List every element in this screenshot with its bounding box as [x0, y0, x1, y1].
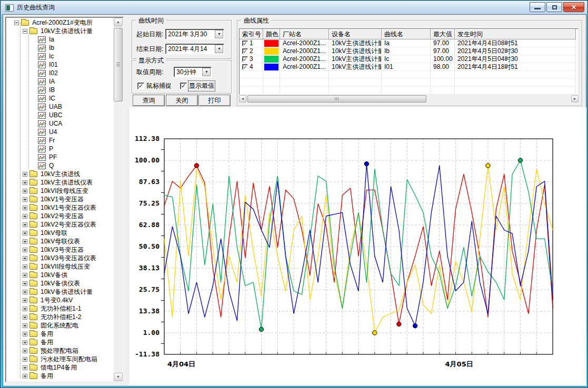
- expand-icon[interactable]: +: [23, 231, 27, 236]
- expand-icon[interactable]: +: [23, 332, 27, 336]
- dropdown-arrow-icon[interactable]: ▼: [202, 68, 211, 76]
- title-bar[interactable]: 历史曲线查询 ✕: [1, 1, 587, 14]
- row-checkbox[interactable]: ✓: [242, 56, 248, 62]
- end-date-select[interactable]: 2021年 4月14 ▼: [165, 44, 224, 54]
- column-header[interactable]: 颜色: [263, 29, 280, 39]
- table-hscrollbar[interactable]: ◄ ►: [239, 95, 579, 103]
- expand-icon[interactable]: +: [23, 357, 27, 362]
- tree-item[interactable]: Fr: [7, 136, 114, 145]
- tree-item[interactable]: +10kV3号变压器: [7, 246, 114, 254]
- tree-item[interactable]: +污水处理车间配电箱: [7, 355, 114, 363]
- close-button[interactable]: ✕: [563, 2, 584, 12]
- column-header[interactable]: 发生时间: [455, 29, 576, 39]
- tree-item[interactable]: UCA: [7, 119, 114, 128]
- tree-item[interactable]: +无功补偿柜1-1: [7, 304, 114, 313]
- mouse-capture-checkbox[interactable]: ✓: [137, 83, 144, 89]
- expand-icon[interactable]: +: [23, 189, 27, 193]
- expand-icon[interactable]: +: [23, 307, 27, 311]
- expand-icon[interactable]: +: [23, 374, 27, 379]
- tree-item[interactable]: +10kV主供进线仪表: [7, 178, 114, 187]
- table-row[interactable]: ✓4Acrel-2000Z1...10kV主供进线计量I0198.002021年…: [240, 63, 578, 71]
- tree-item[interactable]: +10kV3号变压器仪表: [7, 254, 114, 262]
- tree-item[interactable]: −Acrel-2000Z1#变电所: [7, 18, 114, 27]
- table-row[interactable]: ✓2Acrel-2000Z1...10kV主供进线计量Ib97.002021年4…: [240, 47, 578, 55]
- expand-icon[interactable]: +: [23, 180, 27, 185]
- period-select[interactable]: 30分钟 ▼: [174, 67, 212, 77]
- tree-item[interactable]: PF: [7, 153, 114, 161]
- tree-item[interactable]: IC: [7, 94, 114, 103]
- tree-item[interactable]: +10kV1号变压器: [7, 195, 114, 203]
- start-date-select[interactable]: 2021年 3月30 ▼: [165, 29, 224, 39]
- expand-icon[interactable]: +: [23, 340, 27, 345]
- expand-icon[interactable]: +: [23, 197, 27, 202]
- tree-item[interactable]: +10kV备供: [7, 271, 114, 279]
- expand-icon[interactable]: +: [23, 172, 27, 177]
- collapse-icon[interactable]: −: [14, 21, 19, 25]
- expand-icon[interactable]: +: [23, 349, 27, 353]
- tree-item[interactable]: +10kV2号变压器仪表: [7, 220, 114, 229]
- tree-item[interactable]: UAB: [7, 103, 114, 111]
- expand-icon[interactable]: +: [23, 222, 27, 227]
- tree-item[interactable]: Q: [7, 161, 114, 170]
- column-header[interactable]: 设备名: [329, 29, 382, 39]
- tree-item[interactable]: +10kV母联: [7, 229, 114, 237]
- table-hscrollbar-track[interactable]: [246, 95, 571, 103]
- expand-icon[interactable]: +: [23, 290, 27, 294]
- expand-icon[interactable]: +: [23, 256, 27, 261]
- row-checkbox[interactable]: ✓: [242, 40, 248, 46]
- tree-item[interactable]: I02: [7, 69, 114, 77]
- row-checkbox[interactable]: ✓: [242, 64, 248, 70]
- tree-item[interactable]: Ic: [7, 52, 114, 60]
- tree-scrollbar-thumb[interactable]: [114, 28, 123, 101]
- tree-item[interactable]: +10kV主供进线: [7, 170, 114, 178]
- scroll-right-icon[interactable]: ►: [571, 95, 579, 103]
- tree-item[interactable]: IA: [7, 77, 114, 86]
- expand-icon[interactable]: +: [23, 206, 27, 210]
- table-row[interactable]: ✓3Acrel-2000Z1...10kV主供进线计量Ic100.002021年…: [240, 55, 578, 63]
- tree-item[interactable]: +10kVII段母线压变: [7, 262, 114, 271]
- tree-item[interactable]: +10kV备供进线计量: [7, 288, 114, 296]
- minimize-button[interactable]: [530, 2, 545, 12]
- expand-icon[interactable]: +: [23, 315, 27, 320]
- column-header[interactable]: 索引号: [240, 29, 263, 39]
- show-extremes-checkbox[interactable]: ✓: [180, 83, 187, 89]
- tree-item[interactable]: +预处理配电箱: [7, 346, 114, 355]
- expand-icon[interactable]: +: [23, 365, 27, 370]
- tree-scrollbar[interactable]: ▲ ▼: [114, 18, 123, 381]
- collapse-icon[interactable]: −: [23, 29, 27, 34]
- tree-item[interactable]: UBC: [7, 111, 114, 119]
- tree-item[interactable]: +10kV1号变压器仪表: [7, 203, 114, 212]
- tree-item[interactable]: +10kVI段母线压变: [7, 187, 114, 195]
- query-button[interactable]: 查询: [133, 95, 165, 106]
- expand-icon[interactable]: +: [23, 281, 27, 286]
- tree-item[interactable]: +固化系统配电: [7, 321, 114, 330]
- expand-icon[interactable]: +: [23, 264, 27, 269]
- tree-item[interactable]: +备用: [7, 338, 114, 346]
- tree-scrollbar-track[interactable]: [114, 26, 123, 373]
- tree-item[interactable]: +10kV2号变压器: [7, 212, 114, 220]
- tree-item[interactable]: I01: [7, 60, 114, 69]
- print-button[interactable]: 打印: [198, 95, 231, 106]
- restore-button[interactable]: [546, 2, 562, 12]
- row-checkbox[interactable]: ✓: [242, 48, 248, 54]
- tree-item[interactable]: +10kV备供仪表: [7, 279, 114, 288]
- scroll-up-icon[interactable]: ▲: [114, 18, 123, 26]
- tree-item[interactable]: Ia: [7, 35, 114, 44]
- expand-icon[interactable]: +: [23, 239, 27, 244]
- tree-item[interactable]: +备用: [7, 330, 114, 338]
- column-header[interactable]: 最大值: [431, 29, 455, 39]
- table-hscrollbar-thumb[interactable]: [247, 95, 426, 103]
- close-dialog-button[interactable]: 关闭: [166, 95, 198, 106]
- tree-item[interactable]: U4: [7, 128, 114, 136]
- scroll-left-icon[interactable]: ◄: [239, 95, 246, 103]
- column-header[interactable]: 厂站名: [280, 29, 329, 39]
- tree-item[interactable]: +1号变0.4kV: [7, 296, 114, 304]
- tree-item[interactable]: IB: [7, 86, 114, 94]
- tree-item[interactable]: +三效蒸发系统配电箱: [7, 380, 114, 381]
- tree-item[interactable]: +备用: [7, 372, 114, 380]
- expand-icon[interactable]: +: [23, 248, 27, 252]
- table-row[interactable]: ✓1Acrel-2000Z1...10kV主供进线计量Ia97.002021年4…: [240, 39, 578, 47]
- tree-item[interactable]: +无功补偿柜1-2: [7, 313, 114, 321]
- tree-item[interactable]: −10kV主供进线计量: [7, 27, 114, 35]
- dropdown-arrow-icon[interactable]: ▼: [215, 30, 223, 38]
